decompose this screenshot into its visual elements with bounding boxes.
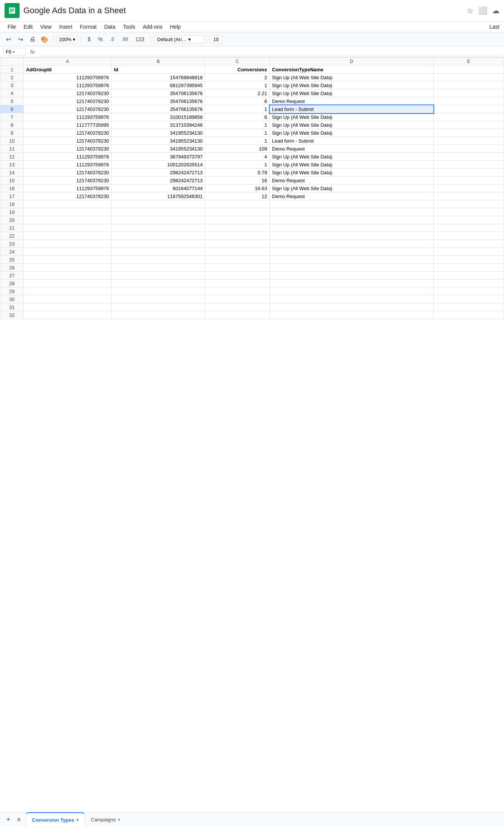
row-header-27[interactable]: 27 (0, 272, 24, 280)
cell-e[interactable] (433, 89, 504, 97)
row-header-26[interactable]: 26 (0, 264, 24, 272)
header-cell-e[interactable] (433, 66, 504, 74)
cell-id[interactable]: 1001202635514 (111, 161, 205, 169)
cell-id[interactable]: 354706135676 (111, 97, 205, 105)
empty-cell[interactable] (270, 311, 434, 319)
decimal-00-button[interactable]: .00 (119, 36, 131, 43)
cell-id[interactable]: 298242472713 (111, 177, 205, 184)
cell-conversions[interactable]: 1 (205, 137, 270, 145)
empty-cell[interactable] (205, 280, 270, 287)
cell-id[interactable]: 298242472713 (111, 169, 205, 177)
cell-adgroupid[interactable]: 121740378230 (24, 137, 112, 145)
cell-conversiontypename[interactable]: Demo Request (270, 177, 434, 184)
empty-cell[interactable] (24, 256, 112, 264)
empty-cell[interactable] (270, 200, 434, 208)
empty-cell[interactable] (433, 303, 504, 311)
empty-cell[interactable] (111, 295, 205, 303)
row-header-18[interactable]: 18 (0, 200, 24, 208)
cell-e[interactable] (433, 129, 504, 137)
empty-cell[interactable] (205, 232, 270, 240)
empty-cell[interactable] (270, 303, 434, 311)
empty-cell[interactable] (111, 256, 205, 264)
cell-adgroupid[interactable]: 121740378230 (24, 89, 112, 97)
empty-cell[interactable] (205, 216, 270, 224)
undo-button[interactable]: ↩ (3, 34, 14, 45)
row-header-5[interactable]: 5 (0, 97, 24, 105)
tab-campaigns[interactable]: Campaigns ▾ (85, 812, 126, 827)
cell-id[interactable]: 310015189858 (111, 113, 205, 121)
empty-cell[interactable] (433, 248, 504, 256)
cell-conversions[interactable]: 2 (205, 74, 270, 81)
number-format-button[interactable]: 123 (132, 35, 147, 43)
empty-cell[interactable] (24, 248, 112, 256)
cell-conversiontypename[interactable]: Sign Up (All Web Site Data) (270, 74, 434, 81)
empty-cell[interactable] (24, 272, 112, 280)
empty-cell[interactable] (24, 200, 112, 208)
cell-conversions[interactable]: 1 (205, 81, 270, 89)
menu-edit[interactable]: Edit (21, 22, 36, 31)
empty-cell[interactable] (205, 264, 270, 272)
cell-e[interactable] (433, 177, 504, 184)
empty-cell[interactable] (24, 311, 112, 319)
cell-adgroupid[interactable]: 111293759976 (24, 153, 112, 161)
cell-id[interactable]: 354706135676 (111, 89, 205, 97)
empty-cell[interactable] (270, 264, 434, 272)
cell-id[interactable]: 367949373797 (111, 153, 205, 161)
cell-conversiontypename[interactable]: Sign Up (All Web Site Data) (270, 169, 434, 177)
menu-help[interactable]: Help (167, 22, 184, 31)
cell-adgroupid[interactable]: 111293759976 (24, 74, 112, 81)
row-header-21[interactable]: 21 (0, 224, 24, 232)
cell-conversiontypename[interactable]: Sign Up (All Web Site Data) (270, 89, 434, 97)
decimal-0-button[interactable]: .0 (108, 36, 117, 43)
row-header-12[interactable]: 12 (0, 153, 24, 161)
cell-conversions[interactable]: 1 (205, 129, 270, 137)
empty-cell[interactable] (270, 208, 434, 216)
row-header-31[interactable]: 31 (0, 303, 24, 311)
menu-addons[interactable]: Add-ons (140, 22, 165, 31)
row-header-32[interactable]: 32 (0, 311, 24, 319)
row-header-24[interactable]: 24 (0, 248, 24, 256)
row-header-8[interactable]: 8 (0, 121, 24, 129)
row-header-14[interactable]: 14 (0, 169, 24, 177)
empty-cell[interactable] (433, 264, 504, 272)
empty-cell[interactable] (433, 216, 504, 224)
cell-adgroupid[interactable]: 121740378230 (24, 192, 112, 200)
empty-cell[interactable] (270, 256, 434, 264)
cell-conversions[interactable]: 12 (205, 192, 270, 200)
cell-conversiontypename[interactable]: Sign Up (All Web Site Data) (270, 161, 434, 169)
print-button[interactable]: 🖨 (27, 34, 38, 45)
col-header-d[interactable]: D (270, 58, 434, 66)
cell-adgroupid[interactable]: 111293759976 (24, 161, 112, 169)
menu-file[interactable]: File (5, 22, 19, 31)
empty-cell[interactable] (111, 200, 205, 208)
font-size-input[interactable]: 10 (209, 35, 223, 43)
empty-cell[interactable] (111, 272, 205, 280)
empty-cell[interactable] (111, 280, 205, 287)
empty-cell[interactable] (433, 224, 504, 232)
cell-id[interactable]: 60164077144 (111, 184, 205, 192)
empty-cell[interactable] (205, 256, 270, 264)
empty-cell[interactable] (433, 240, 504, 248)
percent-button[interactable]: % (95, 35, 106, 43)
folder-icon[interactable]: ⬜ (478, 6, 487, 15)
empty-cell[interactable] (270, 272, 434, 280)
empty-cell[interactable] (24, 224, 112, 232)
menu-tools[interactable]: Tools (120, 22, 138, 31)
cell-adgroupid[interactable]: 111777735995 (24, 121, 112, 129)
cell-adgroupid[interactable]: 121740378230 (24, 129, 112, 137)
cell-e[interactable] (433, 184, 504, 192)
row-header-30[interactable]: 30 (0, 295, 24, 303)
empty-cell[interactable] (111, 303, 205, 311)
star-icon[interactable]: ☆ (467, 6, 473, 15)
empty-cell[interactable] (433, 200, 504, 208)
empty-cell[interactable] (205, 208, 270, 216)
cell-adgroupid[interactable]: 111293759976 (24, 113, 112, 121)
col-header-c[interactable]: C (205, 58, 270, 66)
font-select[interactable]: Default (Ari… ▾ (154, 35, 203, 43)
cell-conversiontypename[interactable]: Lead form - Submit (270, 137, 434, 145)
cell-conversiontypename[interactable]: Lead form - Submit (270, 105, 434, 113)
cloud-icon[interactable]: ☁ (492, 6, 499, 15)
empty-cell[interactable] (111, 208, 205, 216)
row-header-22[interactable]: 22 (0, 232, 24, 240)
cell-id[interactable]: 341955234130 (111, 137, 205, 145)
